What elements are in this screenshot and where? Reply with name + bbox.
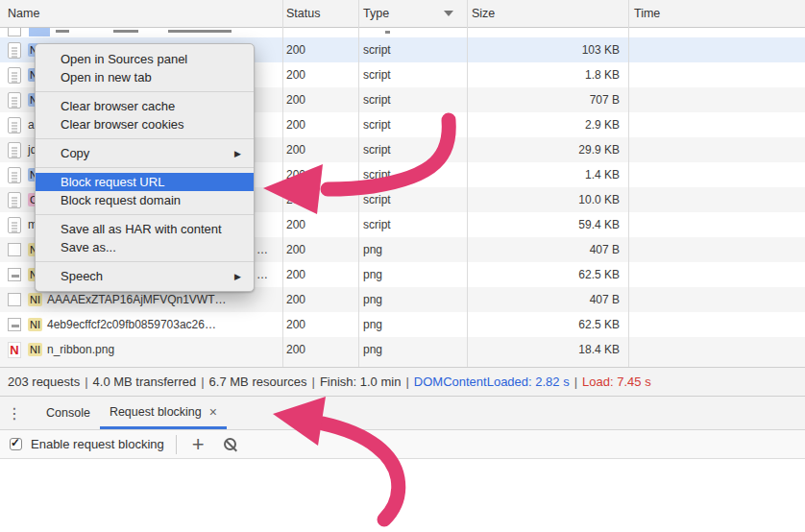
size-cell: 407 B	[467, 237, 620, 262]
menu-separator	[36, 138, 254, 139]
submenu-arrow-icon: ▶	[234, 144, 241, 162]
column-divider[interactable]	[628, 0, 629, 367]
name-highlight-badge: NI	[28, 293, 42, 306]
summary-segment: Finish: 1.0 min	[320, 375, 402, 389]
column-header-time[interactable]: Time	[634, 0, 660, 27]
menu-item-block-request-url[interactable]: Block request URL	[36, 173, 254, 191]
script-doc-icon	[8, 67, 21, 84]
script-doc-icon	[8, 92, 21, 109]
script-doc-icon	[8, 42, 21, 59]
drawer-tab-bar: ⋮ Console Request blocking ×	[0, 397, 805, 430]
size-cell: 2.9 KB	[467, 112, 620, 137]
size-cell: 707 B	[467, 87, 620, 112]
size-cell: 103 KB	[467, 37, 620, 62]
status-cell: 200	[286, 312, 305, 337]
clipped-row-icon-fragment	[8, 28, 21, 36]
network-request-row[interactable]: NI4eb9ecffcf2c09fb0859703ac26…200png62.5…	[0, 312, 805, 337]
status-cell: 200	[286, 237, 305, 262]
menu-item-clear-browser-cache[interactable]: Clear browser cache	[36, 97, 254, 115]
enable-request-blocking-label: Enable request blocking	[31, 437, 164, 451]
summary-segment[interactable]: Load: 7.45 s	[582, 375, 651, 389]
size-cell: 1.8 KB	[467, 62, 620, 87]
image-blank-icon	[8, 293, 21, 306]
menu-item-clear-browser-cookies[interactable]: Clear browser cookies	[36, 115, 254, 133]
script-doc-icon	[8, 192, 21, 208]
menu-separator	[36, 91, 254, 92]
script-doc-icon	[8, 217, 21, 233]
drawer-menu-kebab-icon[interactable]: ⋮	[0, 397, 29, 429]
checkmark-icon: ✓	[11, 436, 20, 449]
size-cell: 59.4 KB	[467, 212, 620, 237]
summary-separator: |	[201, 375, 204, 389]
size-cell: 10.0 KB	[467, 187, 620, 212]
column-divider[interactable]	[358, 0, 359, 367]
tab-request-blocking-label: Request blocking	[110, 405, 202, 419]
type-cell: script	[363, 37, 391, 62]
status-cell: 200	[286, 37, 305, 62]
menu-item-block-request-domain[interactable]: Block request domain	[36, 191, 254, 209]
request-blocking-content: Requests are not blocked.Add pattern.	[0, 459, 805, 532]
tab-console[interactable]: Console	[37, 397, 100, 429]
size-cell: 407 B	[467, 287, 620, 312]
image-thumb-icon	[8, 268, 21, 281]
enable-request-blocking-checkbox[interactable]: ✓	[10, 438, 22, 450]
summary-segment: 6.7 MB resources	[209, 375, 307, 389]
column-divider[interactable]	[282, 0, 283, 367]
request-name-cell[interactable]: NI4eb9ecffcf2c09fb0859703ac26…	[0, 312, 282, 337]
column-header-status[interactable]: Status	[286, 0, 320, 27]
type-cell: png	[363, 337, 382, 362]
column-header-size[interactable]: Size	[472, 0, 495, 27]
summary-segment: 203 requests	[8, 375, 80, 389]
summary-separator: |	[574, 375, 577, 389]
status-cell: 200	[286, 87, 305, 112]
type-cell: script	[363, 162, 391, 187]
summary-separator: |	[311, 375, 314, 389]
status-cell: 200	[286, 212, 305, 237]
menu-item-open-in-new-tab[interactable]: Open in new tab	[36, 68, 254, 86]
size-cell: 1.4 KB	[467, 162, 620, 187]
status-cell: 200	[286, 287, 305, 312]
column-header-type[interactable]: Type	[363, 0, 389, 27]
type-cell: script	[363, 87, 391, 112]
size-cell: 62.5 KB	[467, 262, 620, 287]
status-cell: 200	[286, 62, 305, 87]
script-doc-icon	[8, 142, 21, 158]
close-tab-icon[interactable]: ×	[209, 404, 217, 420]
network-summary-bar: 203 requests|4.0 MB transferred|6.7 MB r…	[0, 367, 805, 397]
netflix-n-icon: N	[8, 342, 21, 358]
status-cell: 200	[286, 112, 305, 137]
name-highlight-badge: NI	[28, 318, 42, 331]
type-cell: png	[363, 262, 382, 287]
submenu-arrow-icon: ▶	[234, 267, 241, 285]
type-cell: png	[363, 237, 382, 262]
type-cell: script	[363, 212, 391, 237]
size-cell: 18.4 KB	[467, 337, 620, 362]
menu-item-copy[interactable]: Copy▶	[36, 144, 254, 162]
tab-request-blocking[interactable]: Request blocking ×	[100, 397, 227, 429]
request-name: n_ribbon.png	[47, 343, 114, 356]
menu-item-save-all-as-har-with-content[interactable]: Save all as HAR with content	[36, 220, 254, 238]
status-cell: 200	[286, 337, 305, 362]
menu-item-speech[interactable]: Speech▶	[36, 267, 254, 285]
remove-all-patterns-icon[interactable]	[224, 438, 236, 450]
clipped-row-text-fragment	[168, 30, 232, 33]
request-blocking-toolbar: ✓ Enable request blocking +	[0, 430, 805, 459]
status-cell: 200	[286, 137, 305, 162]
menu-separator	[36, 261, 254, 262]
network-request-row[interactable]: NNIn_ribbon.png200png18.4 KB	[0, 337, 805, 362]
column-header-name[interactable]: Name	[8, 0, 39, 27]
clipped-row-text-fragment	[56, 30, 69, 33]
size-cell: 29.9 KB	[467, 137, 620, 162]
add-pattern-icon[interactable]: +	[192, 435, 205, 454]
request-name-cell[interactable]: NNIn_ribbon.png	[0, 337, 282, 362]
summary-segment[interactable]: DOMContentLoaded: 2.82 s	[414, 375, 570, 389]
type-cell: png	[363, 312, 382, 337]
column-divider[interactable]	[467, 0, 468, 367]
context-menu: Open in Sources panelOpen in new tabClea…	[35, 43, 255, 292]
script-doc-icon	[8, 167, 21, 183]
menu-item-open-in-sources-panel[interactable]: Open in Sources panel	[36, 50, 254, 68]
type-cell: script	[363, 137, 391, 162]
request-name-ellipsis: …	[256, 237, 268, 262]
devtools-network-panel: Name Status Type Size Time NI200script10…	[0, 0, 805, 532]
menu-item-save-as[interactable]: Save as...	[36, 238, 254, 256]
